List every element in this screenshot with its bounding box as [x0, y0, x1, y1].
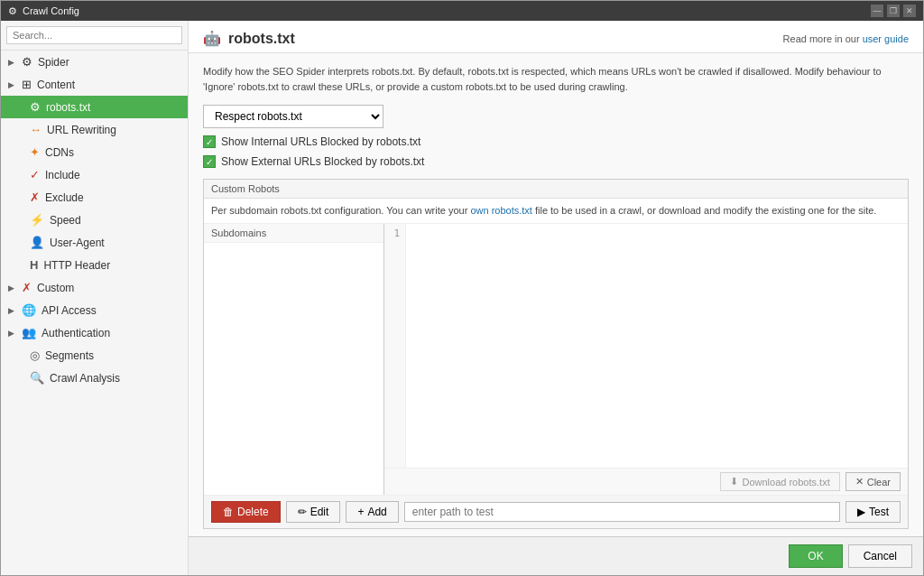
subdomains-header: Subdomains	[204, 224, 383, 243]
robots-left-panel: Subdomains	[204, 224, 384, 495]
window-controls: — ❐ ✕	[871, 5, 916, 17]
line-numbers: 1	[384, 224, 406, 468]
sidebar-item-http-header[interactable]: H HTTP Header	[1, 254, 188, 276]
robots-right-panel: 1 ⬇ Download robots.txt ✕ Clea	[384, 224, 908, 495]
main-layout: ▶ ⚙ Spider ▶ ⊞ Content ⚙ robots.txt ↔ UR…	[1, 21, 923, 575]
robots-grid: Subdomains 1 ⬇ Download robots.txt	[204, 224, 908, 495]
content-body: Modify how the SEO Spider interprets rob…	[189, 53, 923, 536]
custom-robots-header: Custom Robots	[204, 180, 908, 199]
robots-actions-bar: 🗑 Delete ✏ Edit + Add ▶	[204, 495, 908, 528]
sidebar-item-segments[interactable]: ◎ Segments	[1, 344, 188, 367]
sidebar-item-robots[interactable]: ⚙ robots.txt	[1, 96, 188, 118]
custom-robots-section: Custom Robots Per subdomain robots.txt c…	[203, 179, 909, 529]
arrow-icon: ▶	[8, 329, 14, 338]
clear-icon: ✕	[855, 476, 864, 488]
search-input[interactable]	[6, 26, 182, 44]
main-window: ⚙ Crawl Config — ❐ ✕ ▶ ⚙ Spider ▶ ⊞ C	[0, 0, 924, 576]
arrow-icon: ▶	[8, 283, 14, 293]
own-robots-link[interactable]: own robots.txt	[470, 205, 531, 216]
restore-button[interactable]: ❐	[887, 5, 900, 17]
minimize-button[interactable]: —	[871, 5, 883, 17]
delete-button[interactable]: 🗑 Delete	[211, 501, 281, 523]
test-path-input[interactable]	[404, 502, 840, 522]
sidebar-item-api-access[interactable]: ▶ 🌐 API Access	[1, 299, 188, 321]
edit-button[interactable]: ✏ Edit	[286, 501, 341, 523]
sidebar-item-crawl-analysis[interactable]: 🔍 Crawl Analysis	[1, 367, 188, 389]
sidebar-item-custom[interactable]: ▶ ✗ Custom	[1, 276, 188, 299]
add-icon: +	[357, 506, 364, 518]
content-header: 🤖 robots.txt Read more in our user guide	[189, 21, 923, 53]
robots-textarea[interactable]	[406, 224, 908, 468]
sidebar-item-content[interactable]: ▶ ⊞ Content	[1, 73, 188, 96]
sidebar-item-user-agent[interactable]: 👤 User-Agent	[1, 231, 188, 254]
download-robots-button[interactable]: ⬇ Download robots.txt	[720, 472, 839, 491]
sidebar-item-include[interactable]: ✓ Include	[1, 163, 188, 186]
download-icon: ⬇	[730, 476, 738, 488]
sidebar: ▶ ⚙ Spider ▶ ⊞ Content ⚙ robots.txt ↔ UR…	[1, 21, 189, 575]
content-area: 🤖 robots.txt Read more in our user guide…	[189, 21, 923, 575]
robots-mode-dropdown[interactable]: Respect robots.txt Ignore robots.txt Cus…	[203, 105, 383, 128]
description-text: Modify how the SEO Spider interprets rob…	[203, 64, 909, 94]
custom-robots-desc: Per subdomain robots.txt configuration. …	[204, 199, 908, 224]
show-internal-checkbox-row: ✓ Show Internal URLs Blocked by robots.t…	[203, 135, 909, 148]
delete-icon: 🗑	[223, 506, 234, 518]
arrow-icon: ▶	[8, 58, 14, 67]
clear-button[interactable]: ✕ Clear	[845, 472, 901, 491]
footer-bar: OK Cancel	[189, 536, 923, 575]
test-button[interactable]: ▶ Test	[845, 501, 901, 523]
ok-button[interactable]: OK	[789, 544, 842, 568]
sidebar-item-exclude[interactable]: ✗ Exclude	[1, 186, 188, 209]
user-guide-anchor[interactable]: user guide	[863, 33, 909, 44]
user-guide-link: Read more in our user guide	[783, 33, 909, 44]
window-title: ⚙ Crawl Config	[8, 5, 79, 17]
close-button[interactable]: ✕	[903, 5, 916, 17]
show-internal-checkbox[interactable]: ✓	[203, 135, 216, 148]
edit-icon: ✏	[298, 506, 307, 518]
sidebar-item-spider[interactable]: ▶ ⚙ Spider	[1, 51, 188, 73]
search-box	[1, 21, 188, 51]
arrow-icon: ▶	[8, 306, 14, 315]
robots-bottom-bar: ⬇ Download robots.txt ✕ Clear	[384, 468, 908, 495]
sidebar-item-authentication[interactable]: ▶ 👥 Authentication	[1, 321, 188, 344]
test-play-icon: ▶	[857, 506, 865, 518]
title-bar: ⚙ Crawl Config — ❐ ✕	[1, 1, 923, 21]
cancel-button[interactable]: Cancel	[848, 544, 912, 568]
sidebar-item-url-rewriting[interactable]: ↔ URL Rewriting	[1, 118, 188, 141]
add-button[interactable]: + Add	[346, 501, 398, 523]
sidebar-item-speed[interactable]: ⚡ Speed	[1, 209, 188, 231]
show-external-checkbox-row: ✓ Show External URLs Blocked by robots.t…	[203, 155, 909, 168]
show-external-checkbox[interactable]: ✓	[203, 155, 216, 168]
arrow-icon: ▶	[8, 80, 14, 89]
page-title: 🤖 robots.txt	[203, 30, 295, 47]
sidebar-item-cdns[interactable]: ✦ CDNs	[1, 141, 188, 163]
